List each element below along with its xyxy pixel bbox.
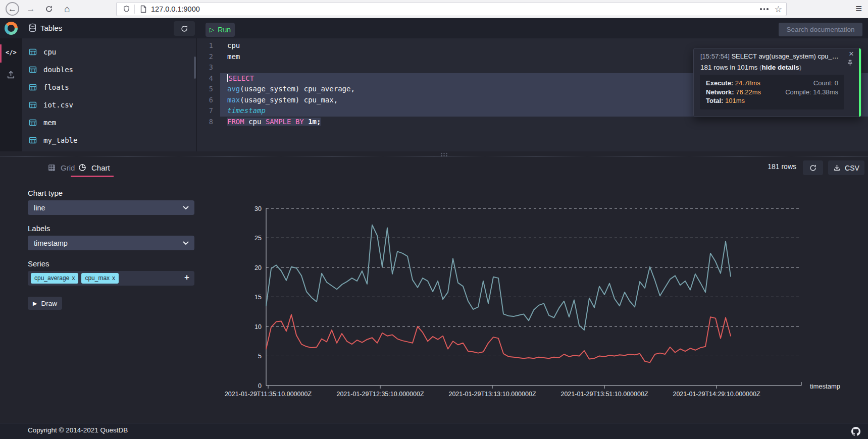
svg-text:15: 15 bbox=[254, 294, 262, 301]
grid-tab-label: Grid bbox=[61, 163, 75, 172]
labels-select[interactable]: timestamp bbox=[28, 236, 194, 250]
copyright-text: Copyright © 2014-2021 QuestDB bbox=[28, 426, 128, 434]
import-icon[interactable] bbox=[6, 70, 16, 79]
series-chip-cpu-average[interactable]: cpu_averagex bbox=[31, 273, 78, 284]
bookmark-star-icon[interactable]: ☆ bbox=[775, 4, 782, 15]
browser-home-button[interactable]: ⌂ bbox=[60, 2, 75, 17]
svg-text:timestamp: timestamp bbox=[810, 382, 840, 390]
add-series-button[interactable]: + bbox=[184, 272, 189, 283]
table-name: doubles bbox=[43, 66, 73, 74]
total-metric: Total: 101ms bbox=[706, 96, 785, 105]
tables-panel-title: Tables bbox=[40, 24, 62, 32]
shield-icon bbox=[123, 5, 130, 13]
run-play-icon: ▷ bbox=[210, 26, 214, 33]
csv-label: CSV bbox=[845, 164, 859, 172]
table-row[interactable]: cpu bbox=[22, 43, 189, 61]
search-documentation-input[interactable]: Search documentation bbox=[779, 23, 862, 36]
table-name: floats bbox=[43, 83, 69, 91]
chevron-down-icon bbox=[183, 241, 189, 245]
browser-reload-button[interactable] bbox=[41, 2, 57, 17]
browser-forward-button[interactable]: → bbox=[23, 2, 38, 17]
svg-text:2021-01-29T13:13:10.000000Z: 2021-01-29T13:13:10.000000Z bbox=[448, 391, 536, 398]
line-number: 8 bbox=[197, 117, 220, 128]
table-row[interactable]: iot.csv bbox=[22, 96, 189, 114]
query-notification-popup: [15:57:54] SELECT avg(usage_system) cpu_… bbox=[693, 48, 861, 117]
refresh-icon bbox=[180, 25, 188, 33]
footer bbox=[0, 423, 868, 439]
notification-summary: 181 rows in 101ms (hide details) bbox=[700, 63, 801, 73]
questdb-console-screen: ← → ⌂ 127.0.0.1:9000 ☆ ≡ Tables ▷ Run bbox=[0, 0, 868, 439]
table-icon bbox=[29, 101, 37, 109]
remove-series-icon[interactable]: x bbox=[112, 275, 115, 282]
series-input[interactable]: cpu_averagex cpu_maxx + bbox=[28, 271, 194, 286]
hamburger-icon: ≡ bbox=[855, 2, 862, 15]
download-icon bbox=[833, 164, 841, 172]
chart-svg: 0510152025302021-01-29T11:35:10.000000Z2… bbox=[222, 181, 863, 399]
tables-list: cpudoublesfloatsiot.csvmemmy_table bbox=[22, 43, 189, 149]
table-row[interactable]: floats bbox=[22, 78, 189, 96]
svg-text:25: 25 bbox=[254, 235, 262, 242]
table-name: iot.csv bbox=[43, 101, 73, 109]
database-icon bbox=[28, 23, 37, 33]
url-bar[interactable]: 127.0.0.1:9000 ☆ bbox=[116, 2, 787, 16]
run-label: Run bbox=[218, 26, 231, 34]
active-page-indicator bbox=[0, 44, 2, 63]
series-cpu_average bbox=[266, 315, 731, 363]
page-actions-icon[interactable] bbox=[760, 8, 769, 10]
rows-count: 181 rows bbox=[738, 162, 796, 171]
editor-line[interactable]: 8FROM cpu SAMPLE BY 1m; bbox=[197, 117, 868, 128]
home-icon: ⌂ bbox=[64, 4, 70, 15]
svg-text:2021-01-29T13:51:10.000000Z: 2021-01-29T13:51:10.000000Z bbox=[560, 391, 648, 398]
table-icon bbox=[29, 119, 37, 127]
labels-label: Labels bbox=[28, 224, 50, 233]
table-row[interactable]: mem bbox=[22, 114, 189, 131]
grid-icon bbox=[48, 164, 56, 172]
url-text[interactable]: 127.0.0.1:9000 bbox=[151, 5, 200, 13]
refresh-results-button[interactable] bbox=[803, 160, 823, 175]
page-icon bbox=[140, 5, 147, 13]
results-separator bbox=[0, 156, 868, 157]
notification-query-text: [15:57:54] SELECT avg(usage_system) cpu_… bbox=[700, 51, 840, 62]
pie-chart-icon bbox=[78, 163, 86, 172]
labels-value: timestamp bbox=[34, 239, 68, 247]
svg-text:2021-01-29T12:35:10.000000Z: 2021-01-29T12:35:10.000000Z bbox=[336, 391, 424, 398]
questdb-logo[interactable] bbox=[5, 22, 18, 35]
tab-grid[interactable]: Grid bbox=[48, 159, 75, 176]
table-row[interactable]: my_table bbox=[22, 131, 189, 149]
notification-timestamp: [15:57:54] bbox=[700, 52, 730, 60]
pin-icon[interactable] bbox=[847, 60, 853, 66]
draw-label: Draw bbox=[41, 300, 57, 307]
svg-text:2021-01-29T11:35:10.000000Z: 2021-01-29T11:35:10.000000Z bbox=[225, 391, 312, 398]
app-top-bar bbox=[0, 18, 868, 38]
line-number: 6 bbox=[197, 95, 220, 106]
svg-text:0: 0 bbox=[258, 382, 262, 390]
table-name: my_table bbox=[43, 136, 77, 144]
notification-query: SELECT avg(usage_system) cpu_aver... bbox=[730, 52, 840, 60]
refresh-tables-button[interactable] bbox=[174, 21, 195, 36]
chevron-down-icon bbox=[183, 206, 189, 210]
download-csv-button[interactable]: CSV bbox=[828, 160, 864, 175]
series-chip-cpu-max[interactable]: cpu_maxx bbox=[81, 273, 119, 284]
line-number: 4 bbox=[197, 73, 220, 84]
chart-type-select[interactable]: line bbox=[28, 200, 194, 215]
close-notification-button[interactable]: × bbox=[849, 49, 854, 59]
code-icon: </> bbox=[6, 49, 17, 56]
remove-series-icon[interactable]: x bbox=[72, 275, 75, 282]
active-tab-underline bbox=[71, 176, 114, 177]
line-number: 2 bbox=[197, 51, 220, 63]
count-metric: Count: 0 bbox=[785, 79, 838, 88]
browser-menu-button[interactable]: ≡ bbox=[855, 2, 862, 15]
browser-back-button[interactable]: ← bbox=[6, 2, 19, 16]
tab-chart[interactable]: Chart bbox=[78, 159, 110, 176]
compile-metric: Compile: 14.38ms bbox=[785, 88, 838, 97]
run-query-button[interactable]: ▷ Run bbox=[206, 23, 235, 37]
console-page-icon[interactable]: </> bbox=[6, 49, 17, 56]
github-icon[interactable] bbox=[851, 427, 860, 436]
draw-button[interactable]: ▶ Draw bbox=[28, 297, 62, 310]
query-metrics-panel: Execute: 24.78ms Count: 0 Network: 76.22… bbox=[700, 75, 844, 109]
notification-success-edge bbox=[859, 48, 861, 117]
hide-details-link[interactable]: hide details bbox=[762, 64, 799, 71]
table-row[interactable]: doubles bbox=[22, 61, 189, 78]
svg-text:20: 20 bbox=[254, 264, 262, 271]
tables-scrollbar[interactable] bbox=[194, 57, 196, 79]
